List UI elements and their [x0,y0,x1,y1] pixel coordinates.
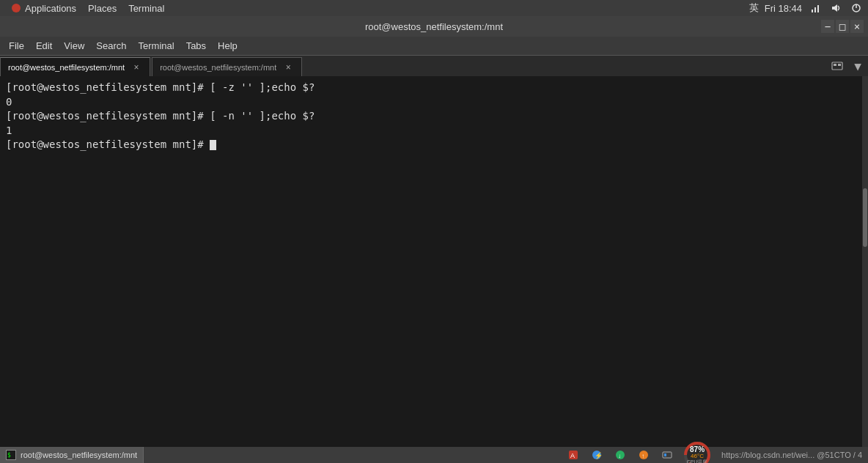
window-title: root@westos_netfilesystem:/mnt [365,21,503,32]
svg-text:↑: ↑ [641,453,644,459]
minimize-button[interactable]: − [821,20,834,33]
svg-rect-2 [814,7,816,12]
terminal-titlebar: root@westos_netfilesystem:/mnt − □ × [0,16,868,37]
svg-rect-3 [817,5,819,12]
datetime: Fri 18:44 [765,3,802,14]
menu-view[interactable]: View [58,37,90,56]
menu-search[interactable]: Search [90,37,132,56]
power-icon[interactable] [849,1,864,15]
volume-icon[interactable] [828,1,843,15]
terminal-window: root@westos_netfilesystem:/mnt − □ × Fil… [0,16,868,447]
network-icon[interactable] [808,1,823,15]
svg-text:⚡: ⚡ [595,451,603,460]
window-controls: − □ × [821,20,864,33]
tabs-actions: ▼ [827,56,868,76]
svg-rect-21 [664,453,666,456]
scroll-thumb[interactable] [863,188,867,247]
taskbar-applet-2[interactable]: ⚡ [585,447,608,463]
terminal-scrollbar[interactable] [862,76,868,447]
system-bar-right: 英 Fri 18:44 [749,1,864,15]
menu-help[interactable]: Help [212,37,243,56]
tab-1[interactable]: root@westos_netfilesystem:/mnt × [152,57,302,76]
menu-edit[interactable]: Edit [30,37,58,56]
taskbar-applet-1[interactable]: A [562,447,585,463]
tab-1-label: root@westos_netfilesystem:/mnt [160,63,276,72]
cpu-label: CPU温度 [687,459,708,464]
close-button[interactable]: × [850,20,864,33]
terminal-content[interactable]: [root@westos_netfilesystem mnt]# [ -z ''… [0,76,868,447]
maximize-button[interactable]: □ [836,20,849,33]
svg-text:A: A [570,452,575,459]
cpu-text: 87% 46°C CPU温度 [687,446,708,464]
tabs-bar: root@westos_netfilesystem:/mnt × root@we… [0,56,868,76]
svg-marker-4 [832,4,837,12]
system-bar: Applications Places Terminal 英 Fri 18:44 [0,0,868,16]
terminal-cursor [210,140,216,150]
places-menu[interactable]: Places [82,0,122,16]
menu-terminal[interactable]: Terminal [133,37,180,56]
tab-1-close[interactable]: × [282,62,294,73]
taskbar-window-item[interactable]: $ root@westos_netfilesystem:/mnt [0,447,144,463]
taskbar-url: https://blog.csdn.net/wei... @51CTO / 4 [716,451,868,459]
cpu-temp: 46°C [687,453,708,459]
taskbar-applet-3[interactable]: ↓ [608,447,632,463]
tab-0-close[interactable]: × [130,62,142,73]
terminal-menu-sys[interactable]: Terminal [122,0,170,16]
svg-text:$: $ [7,452,11,459]
tab-0-label: root@westos_netfilesystem:/mnt [8,63,125,72]
tab-screenshot-btn[interactable] [827,56,847,76]
applications-menu[interactable]: Applications [4,0,82,16]
cpu-widget[interactable]: 87% 46°C CPU温度 [679,447,716,463]
taskbar-right: A ⚡ ↓ ↑ [562,447,868,463]
tab-dropdown-btn[interactable]: ▼ [847,56,868,76]
language-indicator[interactable]: 英 [749,1,759,15]
svg-rect-9 [838,64,841,66]
menu-bar: File Edit View Search Terminal Tabs Help [0,37,868,56]
svg-point-0 [12,4,21,12]
taskbar-window-label: root@westos_netfilesystem:/mnt [21,451,137,459]
menu-file[interactable]: File [3,37,30,56]
svg-rect-8 [834,64,836,66]
svg-rect-1 [812,10,813,12]
menu-tabs[interactable]: Tabs [180,37,212,56]
svg-rect-20 [663,452,672,458]
system-bar-left: Applications Places Terminal [4,0,749,16]
taskbar: $ root@westos_netfilesystem:/mnt A ⚡ ↓ [0,447,868,463]
taskbar-applet-5[interactable] [655,447,679,463]
cpu-ring-widget: 87% 46°C CPU温度 [682,440,713,463]
fedora-icon [10,2,22,14]
svg-text:↓: ↓ [618,453,621,459]
taskbar-applet-4[interactable]: ↑ [632,447,655,463]
tab-0[interactable]: root@westos_netfilesystem:/mnt × [0,57,150,76]
taskbar-terminal-icon: $ [6,450,16,460]
cpu-percent: 87% [687,446,708,453]
